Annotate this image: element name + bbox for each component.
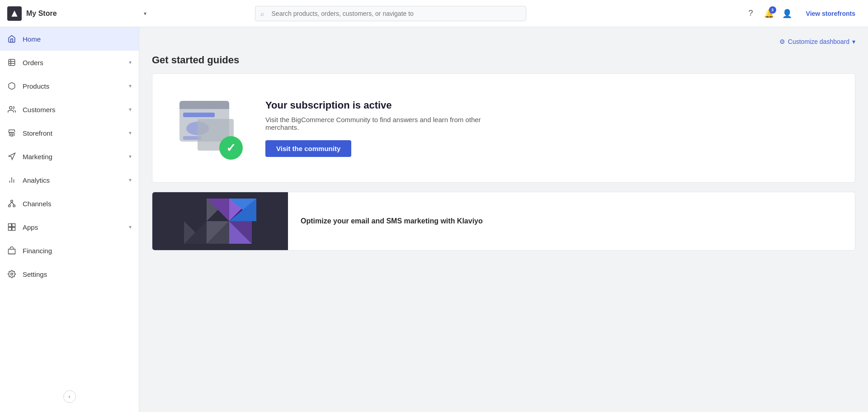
svg-point-13	[13, 205, 15, 207]
svg-rect-16	[9, 224, 12, 227]
sidebar-label-customers: Customers	[23, 106, 123, 114]
svg-point-12	[9, 205, 11, 207]
financing-icon	[7, 246, 16, 255]
sidebar-item-financing[interactable]: Financing	[0, 239, 139, 262]
svg-marker-0	[11, 10, 17, 16]
svg-rect-19	[12, 227, 15, 231]
promo-card-label: Optimize your email and SMS marketing wi…	[301, 217, 483, 225]
sidebar-item-analytics[interactable]: Analytics ▾	[0, 168, 139, 192]
channels-icon	[7, 199, 16, 208]
promo-image	[152, 192, 288, 250]
help-button[interactable]: ?	[743, 5, 759, 22]
analytics-icon	[7, 175, 16, 185]
svg-line-14	[9, 202, 12, 205]
account-button[interactable]: 👤	[779, 5, 795, 22]
products-icon	[7, 81, 16, 90]
promo-card: Optimize your email and SMS marketing wi…	[152, 192, 855, 251]
store-name: My Store	[26, 9, 139, 18]
products-chevron-icon: ▾	[129, 83, 132, 89]
sidebar-item-customers[interactable]: Customers ▾	[0, 98, 139, 121]
search-icon: ⌕	[260, 10, 264, 17]
svg-rect-21	[9, 249, 15, 254]
customize-chevron-icon: ▾	[852, 38, 855, 45]
sidebar-collapse-button[interactable]: ‹	[63, 390, 76, 403]
guide-card-description: Visit the BigCommerce Community to find …	[265, 116, 491, 131]
orders-icon	[7, 58, 16, 67]
sidebar-item-settings[interactable]: Settings	[0, 262, 139, 286]
collapse-icon: ‹	[69, 393, 71, 400]
sidebar: Home Orders ▾ Products ▾ Customers ▾	[0, 27, 139, 412]
header-actions: ? 🔔 3 👤 View storefronts	[743, 5, 861, 22]
storefront-chevron-icon: ▾	[129, 130, 132, 136]
top-header: My Store ▾ ⌕ ? 🔔 3 👤 View storefronts	[0, 0, 868, 27]
customize-dashboard-button[interactable]: ⚙ Customize dashboard ▾	[779, 38, 855, 45]
apps-chevron-icon: ▾	[129, 224, 132, 230]
storefront-icon	[7, 128, 16, 137]
sidebar-label-home: Home	[23, 35, 132, 43]
marketing-icon	[7, 152, 16, 161]
guide-illustration: ✓	[175, 92, 247, 164]
account-icon: 👤	[782, 9, 792, 19]
svg-rect-18	[9, 227, 12, 231]
sidebar-label-analytics: Analytics	[23, 176, 123, 184]
search-input[interactable]	[255, 6, 526, 21]
apps-icon	[7, 223, 16, 232]
sidebar-label-settings: Settings	[23, 270, 132, 278]
analytics-chevron-icon: ▾	[129, 177, 132, 183]
promo-card-text: Optimize your email and SMS marketing wi…	[288, 192, 495, 250]
brand-area[interactable]: My Store ▾	[7, 6, 146, 21]
sidebar-item-products[interactable]: Products ▾	[0, 74, 139, 98]
customers-chevron-icon: ▾	[129, 106, 132, 113]
page-title: Get started guides	[152, 54, 855, 66]
sidebar-item-home[interactable]: Home	[0, 27, 139, 51]
store-chevron-icon: ▾	[144, 10, 146, 17]
customers-icon	[7, 105, 16, 114]
svg-marker-23	[184, 199, 207, 221]
main-content: ⚙ Customize dashboard ▾ Get started guid…	[139, 27, 868, 412]
sidebar-label-storefront: Storefront	[23, 129, 123, 137]
search-bar: ⌕	[255, 6, 526, 21]
klaviyo-logo	[184, 199, 256, 244]
svg-point-22	[11, 273, 13, 275]
sidebar-item-channels[interactable]: Channels	[0, 192, 139, 215]
guide-card-title: Your subscription is active	[265, 99, 491, 111]
brand-logo	[7, 6, 22, 21]
home-icon	[7, 34, 16, 43]
svg-point-5	[9, 106, 12, 109]
svg-point-11	[11, 200, 13, 203]
sidebar-label-apps: Apps	[23, 223, 123, 231]
guide-text: Your subscription is active Visit the Bi…	[265, 99, 491, 157]
guide-card: ✓ Your subscription is active Visit the …	[152, 73, 855, 183]
sidebar-label-financing: Financing	[23, 247, 132, 255]
marketing-chevron-icon: ▾	[129, 153, 132, 160]
svg-marker-7	[9, 153, 15, 160]
orders-chevron-icon: ▾	[129, 59, 132, 66]
sidebar-label-marketing: Marketing	[23, 153, 123, 161]
sidebar-item-apps[interactable]: Apps ▾	[0, 215, 139, 239]
svg-rect-17	[12, 224, 15, 227]
view-storefronts-button[interactable]: View storefronts	[801, 7, 861, 20]
sidebar-label-channels: Channels	[23, 200, 132, 208]
main-layout: Home Orders ▾ Products ▾ Customers ▾	[0, 27, 868, 412]
svg-rect-6	[11, 134, 13, 136]
sidebar-item-marketing[interactable]: Marketing ▾	[0, 145, 139, 168]
content-header: ⚙ Customize dashboard ▾	[152, 38, 855, 45]
notifications-badge: 3	[769, 6, 776, 14]
subscription-active-badge: ✓	[219, 136, 243, 160]
sidebar-label-orders: Orders	[23, 59, 123, 66]
help-icon: ?	[749, 9, 753, 18]
visit-community-button[interactable]: Visit the community	[265, 140, 351, 157]
notifications-button[interactable]: 🔔 3	[761, 5, 777, 22]
svg-line-15	[12, 202, 14, 205]
gear-icon: ⚙	[779, 38, 785, 45]
svg-rect-1	[9, 59, 15, 66]
sidebar-label-products: Products	[23, 82, 123, 90]
sidebar-item-orders[interactable]: Orders ▾	[0, 51, 139, 74]
settings-icon	[7, 270, 16, 279]
sidebar-item-storefront[interactable]: Storefront ▾	[0, 121, 139, 145]
